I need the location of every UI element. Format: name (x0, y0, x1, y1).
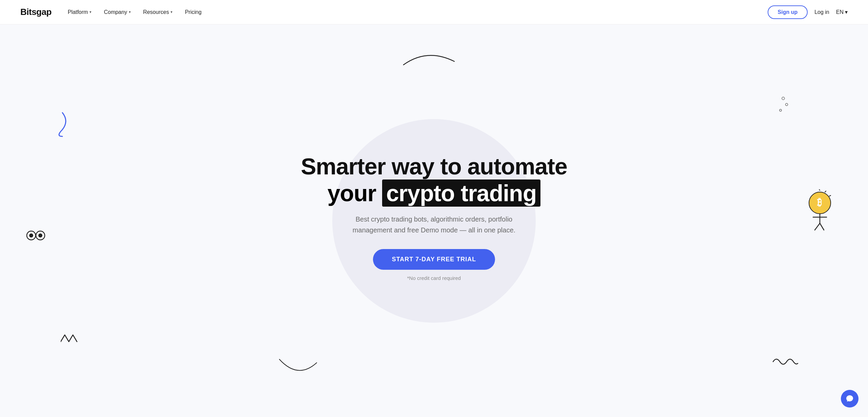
svg-line-9 (819, 189, 820, 190)
hero-title: Smarter way to automate your crypto trad… (301, 154, 567, 206)
no-credit-note: *No credit card required (301, 275, 567, 281)
hero-title-line2: your crypto trading (328, 181, 540, 206)
nav-resources-label: Resources (143, 9, 169, 15)
nav-company[interactable]: Company ▾ (104, 9, 131, 15)
chevron-down-icon: ▾ (129, 10, 131, 14)
language-selector[interactable]: EN ▾ (836, 9, 848, 15)
lang-label: EN (836, 9, 844, 15)
chevron-down-icon: ▾ (171, 10, 173, 14)
svg-point-4 (782, 97, 785, 100)
hero-content: Smarter way to automate your crypto trad… (301, 154, 567, 281)
decorative-eyes (26, 229, 46, 244)
hero-title-plain: your (328, 180, 382, 206)
svg-line-14 (815, 223, 820, 230)
logo[interactable]: Bitsgap (20, 7, 52, 17)
decorative-arc (400, 48, 468, 70)
nav-platform-label: Platform (68, 9, 88, 15)
svg-text:₿: ₿ (817, 197, 822, 208)
svg-point-1 (29, 233, 33, 238)
decorative-dots (776, 95, 790, 117)
svg-line-11 (829, 195, 831, 196)
hero-subtitle: Best crypto trading bots, algorithmic or… (336, 214, 532, 235)
nav-pricing[interactable]: Pricing (185, 9, 201, 15)
navbar: Bitsgap Platform ▾ Company ▾ Resources ▾… (0, 0, 868, 24)
chevron-down-icon: ▾ (90, 10, 92, 14)
nav-right: Sign up Log in EN ▾ (768, 5, 848, 19)
cta-button[interactable]: START 7-DAY FREE TRIAL (373, 249, 495, 270)
svg-point-6 (780, 109, 782, 111)
decorative-curve-bottom (278, 356, 318, 378)
signup-button[interactable]: Sign up (768, 5, 808, 19)
decorative-swash (52, 111, 73, 139)
hero-section: ₿ Smarter way to automate your crypto tr… (0, 24, 868, 417)
decorative-bitcoin-figure: ₿ (800, 189, 833, 235)
svg-point-5 (785, 103, 788, 106)
decorative-zigzag (61, 331, 78, 346)
nav-pricing-label: Pricing (185, 9, 201, 15)
hero-title-line1: Smarter way to automate (301, 153, 567, 179)
nav-links: Platform ▾ Company ▾ Resources ▾ Pricing (68, 9, 768, 15)
nav-platform[interactable]: Platform ▾ (68, 9, 92, 15)
svg-line-15 (820, 223, 824, 230)
nav-resources[interactable]: Resources ▾ (143, 9, 173, 15)
svg-point-3 (38, 233, 42, 238)
decorative-squiggle (771, 355, 798, 370)
login-button[interactable]: Log in (814, 9, 829, 15)
chevron-down-icon: ▾ (845, 9, 848, 15)
hero-title-highlight: crypto trading (382, 179, 540, 207)
chat-bubble-button[interactable] (841, 390, 859, 407)
svg-line-10 (825, 191, 826, 192)
nav-company-label: Company (104, 9, 127, 15)
